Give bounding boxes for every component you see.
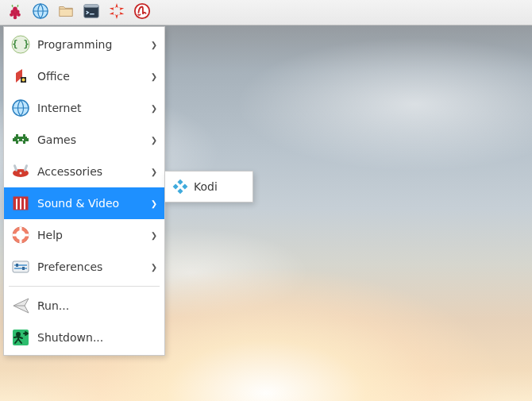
svg-point-2: [13, 7, 17, 12]
menu-item-preferences[interactable]: Preferences ❯: [4, 251, 164, 283]
menu-item-label: Internet: [37, 102, 150, 114]
soundvideo-icon: [10, 193, 31, 214]
svg-rect-9: [84, 5, 98, 8]
raspberry-icon: [6, 2, 24, 22]
menu-item-label: Programming: [37, 38, 150, 51]
menu-item-label: Shutdown...: [37, 331, 158, 344]
globe-icon: [32, 2, 49, 22]
svg-rect-41: [20, 227, 22, 232]
menu-item-label: Preferences: [37, 260, 150, 273]
menu-item-label: Office: [37, 70, 150, 83]
svg-rect-32: [13, 164, 18, 172]
wolfram-icon: [133, 2, 151, 22]
menu-item-accessories[interactable]: Accessories ❯: [4, 156, 164, 187]
menu-item-label: Help: [37, 229, 150, 241]
svg-marker-10: [115, 3, 118, 8]
terminal-icon: [83, 2, 100, 22]
chevron-right-icon: ❯: [150, 104, 158, 113]
svg-rect-43: [13, 234, 17, 237]
spikey-icon: [108, 2, 125, 22]
svg-rect-52: [177, 179, 183, 185]
svg-rect-24: [27, 138, 29, 141]
menu-item-help[interactable]: Help ❯: [4, 219, 164, 251]
menu-item-label: Run...: [37, 299, 158, 312]
svg-rect-38: [21, 197, 24, 210]
svg-rect-55: [177, 188, 183, 194]
help-icon: [10, 225, 31, 245]
svg-marker-15: [110, 7, 114, 10]
submenu-item-label: Kodi: [194, 180, 246, 193]
folder-icon: [57, 2, 75, 22]
svg-rect-49: [22, 267, 25, 270]
menu-item-run[interactable]: Run...: [4, 290, 164, 322]
sound-video-submenu: Kodi: [164, 171, 253, 202]
svg-rect-26: [23, 141, 25, 144]
accessories-icon: [10, 161, 31, 182]
menu-separator: [9, 286, 160, 287]
menu-item-label: Games: [37, 133, 150, 146]
menu-item-games[interactable]: Games ❯: [4, 124, 164, 156]
programming-icon: { }: [10, 34, 31, 55]
top-panel: [0, 0, 532, 25]
chevron-right-icon: ❯: [150, 136, 158, 145]
svg-point-20: [22, 79, 25, 82]
svg-rect-29: [17, 139, 19, 141]
svg-point-4: [10, 13, 13, 16]
svg-text:{ }: { }: [12, 39, 29, 50]
web-browser-launcher[interactable]: [30, 2, 51, 23]
office-icon: [10, 66, 31, 87]
svg-rect-53: [173, 183, 179, 189]
menu-item-internet[interactable]: Internet ❯: [4, 92, 164, 124]
svg-marker-13: [115, 14, 118, 19]
svg-rect-42: [20, 239, 22, 244]
svg-rect-25: [16, 141, 18, 144]
svg-point-34: [20, 172, 22, 175]
preferences-icon: [10, 256, 31, 277]
games-icon: [10, 129, 31, 150]
internet-icon: [10, 98, 31, 118]
menu-item-programming[interactable]: { } Programming ❯: [4, 29, 164, 60]
kodi-icon: [172, 178, 189, 195]
menu-item-sound-video[interactable]: Sound & Video ❯: [4, 187, 164, 219]
svg-rect-22: [14, 137, 27, 141]
svg-point-5: [17, 13, 20, 16]
svg-rect-45: [13, 261, 29, 272]
svg-rect-28: [23, 134, 25, 137]
shutdown-icon: [10, 327, 31, 348]
chevron-right-icon: ❯: [150, 168, 158, 176]
svg-point-6: [13, 16, 17, 19]
run-icon: [10, 295, 31, 316]
chevron-right-icon: ❯: [150, 263, 158, 272]
svg-rect-44: [25, 234, 29, 237]
svg-rect-37: [17, 197, 20, 210]
svg-rect-47: [14, 268, 27, 269]
menu-item-shutdown[interactable]: Shutdown...: [4, 322, 164, 353]
application-menu: { } Programming ❯ Office ❯ Internet ❯ Ga…: [3, 26, 165, 356]
svg-rect-27: [16, 134, 18, 137]
submenu-item-kodi[interactable]: Kodi: [165, 173, 253, 200]
svg-rect-23: [13, 138, 14, 141]
chevron-right-icon: ❯: [150, 231, 158, 240]
menu-item-label: Accessories: [37, 165, 150, 178]
file-manager-launcher[interactable]: [56, 2, 76, 23]
svg-rect-48: [16, 264, 18, 267]
svg-rect-33: [24, 164, 29, 172]
chevron-right-icon: ❯: [150, 40, 158, 49]
wolfram-launcher[interactable]: [132, 2, 152, 23]
terminal-launcher[interactable]: [81, 2, 102, 23]
chevron-right-icon: ❯: [150, 199, 158, 208]
svg-marker-14: [110, 12, 114, 15]
menu-item-office[interactable]: Office ❯: [4, 60, 164, 92]
menu-button[interactable]: [5, 2, 25, 23]
chevron-right-icon: ❯: [150, 72, 158, 81]
mathematica-launcher[interactable]: [106, 2, 127, 23]
svg-marker-11: [119, 7, 124, 10]
svg-marker-12: [119, 12, 124, 15]
menu-item-label: Sound & Video: [37, 197, 150, 210]
svg-rect-54: [182, 183, 187, 189]
svg-rect-30: [22, 139, 24, 141]
